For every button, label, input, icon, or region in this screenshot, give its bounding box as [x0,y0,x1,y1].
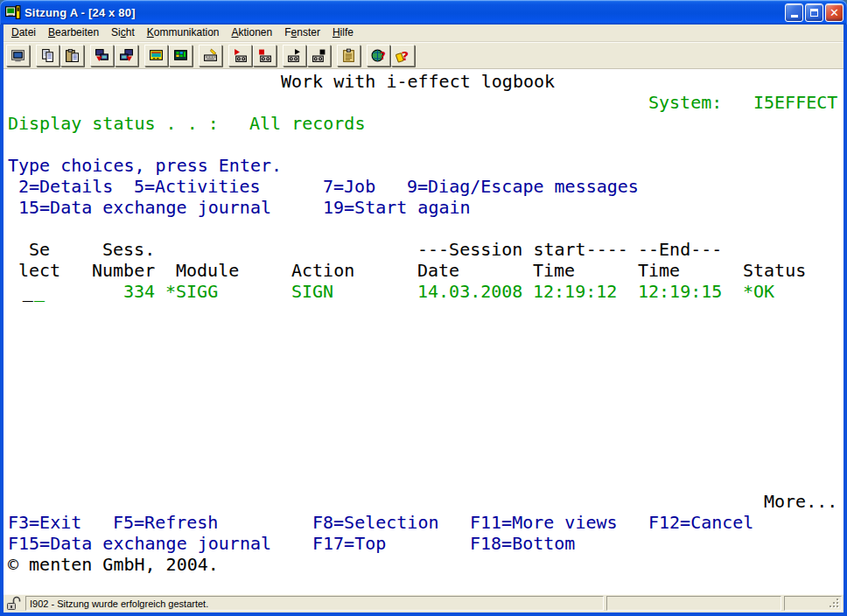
status-panel [784,596,842,611]
terminal-text: Display status . . : [8,113,219,134]
macro-play-button[interactable] [283,45,306,66]
unlock-icon [5,596,23,611]
toolbar-group [337,45,360,66]
receive-file-button[interactable] [115,45,138,66]
title-bar[interactable]: Sitzung A - [24 x 80] ✕ [0,0,847,24]
macro-pause-button[interactable] [307,45,331,66]
maximize-icon [810,9,818,17]
terminal-text: All records [249,113,365,134]
terminal-text: 14.03.2008 [417,281,522,302]
status-message: I902 - Sitzung wurde erfolgreich gestart… [30,598,208,609]
minimize-button[interactable] [785,4,803,22]
toolbar-group [90,45,138,66]
terminal-text: *SIGG [165,281,218,302]
terminal-text: Work with i-effect logbook [281,71,555,92]
terminal-text: Se [29,239,50,260]
menu-item-kommunikation[interactable]: Kommunikation [141,24,226,41]
print-screen-button[interactable] [6,45,30,66]
paste-button[interactable] [60,45,84,66]
terminal-row: F15=Data exchange journalF17=TopF18=Bott… [4,533,844,554]
terminal-row: Work with i-effect logbook [4,71,844,92]
terminal-text: F5=Refresh [113,512,218,533]
terminal-text: 7=Job [323,176,375,197]
terminal-text: F11=More views [470,512,618,533]
svg-text:?: ? [401,48,409,63]
display-setup-icon [148,48,164,63]
toolbar-group: ?? [367,45,415,66]
terminal-text: Date [417,260,459,281]
terminal-text: 334 [123,281,155,302]
help-button[interactable]: ? [391,45,415,66]
terminal-text: Type choices, press Enter. [8,155,282,176]
keyboard-setup-button[interactable] [199,45,222,66]
menu-item-sicht[interactable]: Sicht [105,24,141,41]
window-body: DateiBearbeitenSichtKommunikationAktione… [0,24,847,616]
terminal-text: *OK [743,281,774,302]
menu-item-bearbeiten[interactable]: Bearbeiten [42,24,105,41]
toolbar-group [6,45,30,66]
input-cursor[interactable]: _ [23,281,33,302]
terminal-row: Type choices, press Enter. [4,155,844,176]
status-panel [606,596,781,611]
terminal-text: F17=Top [312,533,386,554]
minimize-icon [791,15,798,18]
terminal-row: F3=ExitF5=RefreshF8=SelectionF11=More vi… [4,512,844,533]
terminal-row: System:I5EFFECT [4,92,844,113]
macro-pause-icon [311,48,327,63]
toolbar-group [199,45,222,66]
color-setup-button[interactable] [169,45,192,66]
close-button[interactable]: ✕ [825,4,844,22]
web-help-icon: ? [370,48,387,63]
terminal-text: --End--- [638,239,722,260]
terminal-text: System: [648,92,722,113]
terminal-text: ---Session start---- [417,239,628,260]
terminal-text: Time [638,260,680,281]
menu-item-fenster[interactable]: Fenster [278,24,326,41]
terminal-row: © menten GmbH, 2004. [4,554,844,575]
terminal-row: lectNumberModuleActionDateTimeTimeStatus [4,260,844,281]
app-icon[interactable] [5,4,21,20]
terminal-row: 2=Details5=Activities7=Job9=Diag/Escape … [4,176,844,197]
terminal-row: 15=Data exchange journal19=Start again [4,197,844,218]
toolbar-group [283,45,331,66]
terminal-row: More... [4,491,844,512]
window-title: Sitzung A - [24 x 80] [24,6,781,19]
clipboard-icon [340,48,357,63]
terminal-text: 2=Details [18,176,113,197]
receive-file-icon [118,48,135,63]
copy-icon [39,48,56,63]
menu-item-hilfe[interactable]: Hilfe [326,24,360,41]
tool-bar: ?? [4,42,844,69]
maximize-button[interactable] [805,4,823,22]
resize-grip[interactable] [829,598,840,609]
terminal-text: F12=Cancel [648,512,753,533]
terminal-text: Sess. [102,239,155,260]
terminal-text: SIGN [291,281,333,302]
print-screen-icon [10,48,26,63]
macro-stop-record-button[interactable] [253,45,276,66]
terminal-text: 12:19:12 [533,281,617,302]
terminal-text: Module [176,260,239,281]
display-setup-button[interactable] [144,45,168,66]
terminal-text: Number [92,260,155,281]
app-window: Sitzung A - [24 x 80] ✕ DateiBearbeitenS… [0,0,847,616]
input-cursor[interactable]: _ [34,281,45,302]
terminal-text: F3=Exit [8,512,81,533]
copy-button[interactable] [36,45,60,66]
terminal-row: __334*SIGGSIGN14.03.200812:19:1212:19:15… [4,281,844,302]
svg-text:?: ? [380,50,386,62]
web-help-button[interactable]: ? [367,45,390,66]
color-setup-icon [172,48,189,63]
macro-record-button[interactable] [228,45,252,66]
send-file-button[interactable] [90,45,114,66]
terminal-text: Action [291,260,354,281]
terminal-text: F18=Bottom [470,533,575,554]
clipboard-button[interactable] [337,45,360,66]
terminal-text: 5=Activities [134,176,261,197]
menu-item-aktionen[interactable]: Aktionen [226,24,279,41]
toolbar-group [228,45,276,66]
menu-item-datei[interactable]: Datei [5,24,42,41]
terminal-text: 15=Data exchange journal [18,197,271,218]
terminal-screen[interactable]: Work with i-effect logbookSystem:I5EFFEC… [4,69,844,593]
close-icon: ✕ [830,7,839,18]
